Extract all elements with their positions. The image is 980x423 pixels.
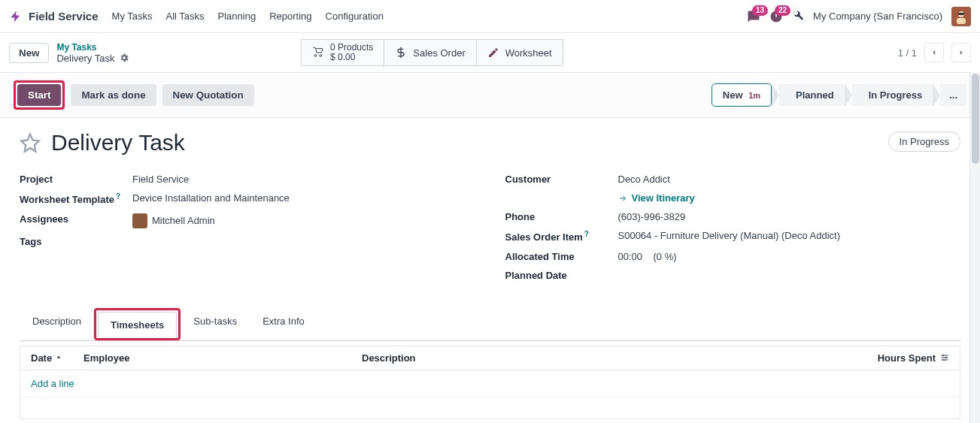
grid-footer bbox=[20, 397, 960, 418]
pager: 1 / 1 bbox=[898, 43, 971, 62]
scrollbar[interactable] bbox=[969, 72, 980, 423]
breadcrumb-current: Delivery Task bbox=[56, 53, 114, 64]
col-description[interactable]: Description bbox=[362, 352, 416, 364]
svg-rect-2 bbox=[957, 18, 966, 24]
itinerary-label: View Itinerary bbox=[632, 192, 695, 204]
right-column: CustomerDeco Addict View Itinerary Phone… bbox=[505, 166, 961, 288]
nav-configuration[interactable]: Configuration bbox=[326, 11, 384, 22]
left-column: ProjectField Service Worksheet Template?… bbox=[20, 166, 475, 288]
help-icon[interactable]: ? bbox=[116, 192, 120, 201]
tags-label: Tags bbox=[20, 236, 132, 247]
mark-done-button[interactable]: Mark as done bbox=[71, 84, 156, 106]
chevron-sep-icon bbox=[845, 83, 852, 107]
nav-all-tasks[interactable]: All Tasks bbox=[166, 11, 205, 22]
stat-sales-order[interactable]: Sales Order bbox=[384, 39, 476, 66]
dollar-icon bbox=[395, 47, 407, 59]
customer-label: Customer bbox=[505, 174, 618, 185]
pencil-icon bbox=[487, 47, 499, 59]
sort-asc-icon[interactable] bbox=[55, 354, 62, 361]
stage-more[interactable]: ... bbox=[940, 84, 966, 106]
status-pill[interactable]: In Progress bbox=[888, 131, 960, 152]
tools-icon[interactable] bbox=[792, 9, 804, 23]
stage-bar: New 1m Planned In Progress ... bbox=[711, 83, 966, 107]
worksheet-label: Worksheet bbox=[505, 47, 552, 59]
cart-icon bbox=[312, 47, 324, 59]
alloc-label: Allocated Time bbox=[505, 251, 618, 262]
gear-icon[interactable] bbox=[119, 53, 129, 63]
stat-buttons: 0 Products $ 0.00 Sales Order Worksheet bbox=[301, 39, 563, 66]
stat-worksheet[interactable]: Worksheet bbox=[477, 39, 563, 66]
brand-icon bbox=[9, 10, 23, 23]
breadcrumb-parent[interactable]: My Tasks bbox=[56, 42, 129, 53]
products-amount: $ 0.00 bbox=[330, 53, 373, 62]
app-name[interactable]: Field Service bbox=[29, 10, 99, 23]
top-nav: Field Service My Tasks All Tasks Plannin… bbox=[0, 0, 980, 33]
messages-badge: 13 bbox=[752, 5, 768, 16]
arrow-right-icon bbox=[618, 194, 627, 203]
tab-description[interactable]: Description bbox=[20, 308, 94, 341]
assignee-avatar bbox=[132, 213, 147, 228]
company-selector[interactable]: My Company (San Francisco) bbox=[813, 11, 942, 22]
sales-order-label: Sales Order bbox=[413, 47, 465, 59]
col-employee[interactable]: Employee bbox=[83, 352, 129, 364]
stage-in-progress[interactable]: In Progress bbox=[852, 84, 933, 106]
wtpl-value[interactable]: Device Installation and Maintenance bbox=[132, 192, 290, 205]
activities-badge: 22 bbox=[775, 5, 790, 16]
timesheet-grid: Date Employee Description Hours Spent Ad… bbox=[20, 346, 960, 419]
breadcrumb: My Tasks Delivery Task bbox=[56, 42, 129, 64]
project-value[interactable]: Field Service bbox=[132, 174, 189, 185]
col-date[interactable]: Date bbox=[31, 352, 52, 364]
form-sheet: Delivery Task In Progress ProjectField S… bbox=[0, 118, 980, 423]
stage-new-time: 1m bbox=[748, 91, 760, 100]
stat-products[interactable]: 0 Products $ 0.00 bbox=[301, 39, 384, 66]
new-quotation-button[interactable]: New Quotation bbox=[162, 84, 254, 106]
new-record-button[interactable]: New bbox=[9, 43, 49, 63]
star-icon[interactable] bbox=[20, 132, 41, 153]
control-bar: New My Tasks Delivery Task 0 Products $ … bbox=[0, 33, 980, 72]
pager-prev[interactable] bbox=[924, 43, 944, 62]
project-label: Project bbox=[20, 174, 132, 185]
stage-planned[interactable]: Planned bbox=[779, 84, 845, 106]
top-right: 13 22 My Company (San Francisco) bbox=[747, 7, 971, 26]
assignees-label: Assignees bbox=[20, 213, 132, 228]
assignee-name: Mitchell Admin bbox=[152, 215, 215, 226]
col-hours[interactable]: Hours Spent bbox=[878, 352, 936, 364]
soi-label: Sales Order Item bbox=[505, 232, 583, 243]
svg-point-6 bbox=[943, 359, 945, 361]
alloc-time[interactable]: 00:00 bbox=[618, 251, 643, 262]
user-avatar[interactable] bbox=[951, 7, 971, 26]
help-icon[interactable]: ? bbox=[584, 230, 589, 238]
activities-icon[interactable]: 22 bbox=[769, 10, 783, 23]
phone-label: Phone bbox=[505, 211, 618, 222]
nav-my-tasks[interactable]: My Tasks bbox=[112, 11, 153, 22]
sliders-icon[interactable] bbox=[940, 353, 949, 362]
svg-point-5 bbox=[945, 357, 947, 358]
svg-rect-3 bbox=[958, 13, 964, 15]
nav-planning[interactable]: Planning bbox=[218, 11, 256, 22]
phone-value[interactable]: (603)-996-3829 bbox=[618, 211, 686, 222]
start-button[interactable]: Start bbox=[17, 84, 61, 106]
tabs: Description Timesheets Sub-tasks Extra I… bbox=[20, 308, 960, 341]
assignee-tag[interactable]: Mitchell Admin bbox=[132, 213, 215, 228]
tab-timesheets[interactable]: Timesheets bbox=[98, 312, 177, 337]
nav-reporting[interactable]: Reporting bbox=[269, 11, 311, 22]
pager-next[interactable] bbox=[951, 43, 971, 62]
tab-extra-info[interactable]: Extra Info bbox=[250, 308, 317, 341]
tab-subtasks[interactable]: Sub-tasks bbox=[181, 308, 250, 341]
stage-new[interactable]: New 1m bbox=[711, 83, 772, 107]
status-bar: Start Mark as done New Quotation New 1m … bbox=[0, 72, 980, 118]
wtpl-label: Worksheet Template bbox=[20, 195, 114, 206]
add-line-link[interactable]: Add a line bbox=[31, 378, 74, 389]
scroll-thumb[interactable] bbox=[972, 74, 979, 164]
grid-row-add: Add a line bbox=[20, 370, 960, 397]
grid-header: Date Employee Description Hours Spent bbox=[20, 346, 960, 370]
record-title: Delivery Task bbox=[51, 130, 185, 156]
messages-icon[interactable]: 13 bbox=[747, 10, 760, 23]
stage-new-label: New bbox=[723, 89, 743, 101]
soi-value[interactable]: S00064 - Furniture Delivery (Manual) (De… bbox=[618, 230, 841, 243]
planned-label: Planned Date bbox=[505, 270, 618, 281]
alloc-pct: (0 %) bbox=[654, 251, 677, 262]
customer-value[interactable]: Deco Addict bbox=[618, 174, 670, 185]
view-itinerary-link[interactable]: View Itinerary bbox=[618, 192, 695, 204]
nav-links: My Tasks All Tasks Planning Reporting Co… bbox=[112, 11, 384, 22]
